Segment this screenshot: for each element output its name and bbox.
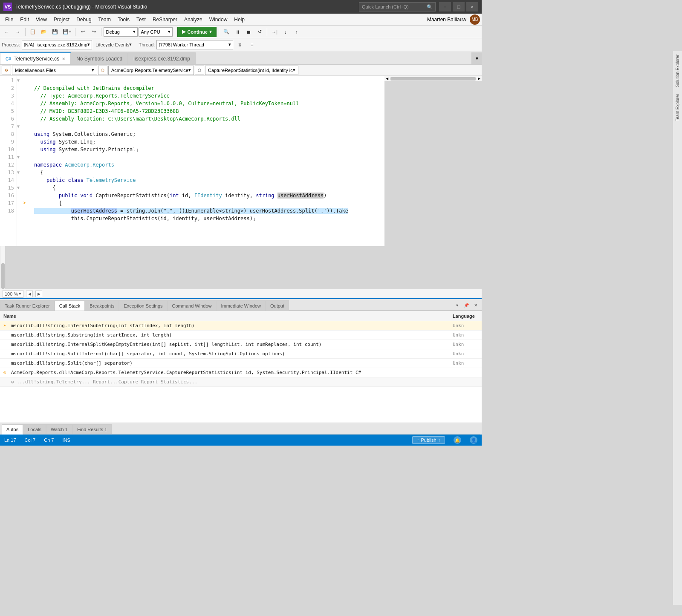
fold-7[interactable]: ▼: [17, 123, 23, 130]
platform-dropdown[interactable]: Any CPU ▾: [139, 27, 173, 37]
call-name: ⊙ ...dll!string.Telemetry... Report...Ca…: [11, 379, 453, 385]
menu-window[interactable]: Window: [206, 15, 231, 24]
code-content[interactable]: // Decompiled with JetBrains decompiler …: [31, 76, 384, 246]
call-stack-row[interactable]: ➤ mscorlib.dll!string.InternalSubString(…: [0, 321, 482, 331]
dropdown-bar: ⚙ Miscellaneous Files ▾ ⬡ AcmeCorp.Repor…: [0, 65, 482, 76]
menu-team[interactable]: Team: [95, 15, 114, 24]
restart-button[interactable]: ↺: [254, 27, 265, 37]
step-next-button[interactable]: →|: [269, 27, 280, 37]
horizontal-scrollbar[interactable]: ◀ ▶: [384, 76, 482, 81]
call-stack-header: Name Language: [0, 311, 482, 321]
panel-pin-button[interactable]: 📌: [462, 301, 471, 310]
menu-help[interactable]: Help: [231, 15, 248, 24]
tab-call-stack[interactable]: Call Stack: [55, 300, 85, 311]
close-button[interactable]: ×: [466, 2, 478, 12]
tab2-autos[interactable]: Autos: [2, 424, 23, 435]
menu-edit[interactable]: Edit: [17, 15, 32, 24]
tab-overflow-button[interactable]: ▾: [471, 52, 482, 64]
tab-telemetryservice[interactable]: C# TelemetryService.cs ✕: [0, 52, 71, 64]
call-stack-row[interactable]: mscorlib.dll!string.InternalSplitKeepEmp…: [0, 340, 482, 349]
code-zoom-bar: 100 % ▾ ◀ ▶: [0, 289, 482, 298]
stop-button[interactable]: ⏹: [243, 27, 254, 37]
tab-iisexpress[interactable]: iisexpress.exe.3192.dmp: [128, 52, 196, 64]
play-icon: ▶: [182, 29, 185, 35]
step-out-button[interactable]: ↑: [292, 27, 302, 37]
new-project-button[interactable]: 📋: [28, 27, 38, 37]
panel-close-button[interactable]: ✕: [471, 301, 480, 310]
save-button[interactable]: 💾: [50, 27, 60, 37]
editor-scrollbar[interactable]: [0, 246, 5, 289]
scroll-left-indicator[interactable]: ◀: [26, 291, 33, 297]
scroll-thumb[interactable]: [390, 77, 476, 81]
notifications-button[interactable]: 🔔: [454, 436, 461, 444]
live-share-button[interactable]: 👤: [470, 436, 477, 444]
minimize-button[interactable]: −: [439, 2, 451, 12]
pause-button[interactable]: ⏸: [232, 27, 243, 37]
panel-dropdown-button[interactable]: ▾: [453, 301, 461, 310]
chevron-down-icon: ▾: [87, 42, 90, 47]
tab2-findresults[interactable]: Find Results 1: [72, 424, 112, 435]
call-stack-row[interactable]: mscorlib.dll!string.Split(char[] separat…: [0, 359, 482, 368]
scrollbar-thumb[interactable]: [1, 263, 5, 289]
menu-file[interactable]: File: [2, 15, 17, 24]
quick-launch-input[interactable]: Quick Launch (Ctrl+Q) 🔍: [359, 2, 436, 12]
menu-view[interactable]: View: [32, 15, 50, 24]
open-file-button[interactable]: 📂: [39, 27, 49, 37]
code-editor[interactable]: 12345 678910 1112131415 161718 ▼ ▼: [0, 76, 384, 246]
config-dropdown[interactable]: Debug ▾: [104, 27, 138, 37]
lifecycle-events-button[interactable]: Lifecycle Events ▾: [94, 40, 133, 50]
call-stack-row[interactable]: ⊙ ...dll!string.Telemetry... Report...Ca…: [0, 377, 482, 387]
fold-13[interactable]: ▼: [17, 169, 23, 176]
method-icon-button[interactable]: ⬡: [195, 66, 204, 75]
forward-button[interactable]: →: [13, 27, 23, 37]
step-into-button[interactable]: ↓: [280, 27, 291, 37]
files-dropdown[interactable]: Miscellaneous Files ▾: [12, 66, 97, 75]
redo-button[interactable]: ↪: [89, 27, 99, 37]
tab-command-window[interactable]: Command Window: [168, 300, 217, 311]
tab-nosymbols[interactable]: No Symbols Loaded: [71, 52, 128, 64]
tab-immediate-window[interactable]: Immediate Window: [216, 300, 266, 311]
filter-more-button[interactable]: ≡: [247, 40, 257, 50]
scroll-right-indicator[interactable]: ▶: [35, 291, 42, 297]
menu-tools[interactable]: Tools: [114, 15, 133, 24]
maximize-button[interactable]: □: [453, 2, 465, 12]
process-dropdown[interactable]: [N/A] iisexpress.exe.3192.dmp ▾: [22, 40, 92, 49]
scroll-track[interactable]: [390, 77, 476, 81]
zoom-dropdown[interactable]: 100 % ▾: [3, 290, 23, 298]
tab-breakpoints[interactable]: Breakpoints: [85, 300, 119, 311]
close-tab-button[interactable]: ✕: [62, 57, 65, 61]
publish-button[interactable]: ↑ Publish ↑: [412, 436, 445, 444]
back-button[interactable]: ←: [2, 27, 12, 37]
window-controls: − □ ×: [439, 2, 478, 12]
tab-exception-settings[interactable]: Exception Settings: [119, 300, 167, 311]
tab2-locals[interactable]: Locals: [23, 424, 46, 435]
method-dropdown[interactable]: CaptureReportStatistics(int id, IIdentit…: [205, 66, 298, 75]
find-button[interactable]: 🔍: [221, 27, 231, 37]
continue-button[interactable]: ▶ Continue ▾: [177, 27, 217, 37]
call-stack-row[interactable]: ⊙ AcmeCorp.Reports.dll!AcmeCorp.Reports.…: [0, 368, 482, 377]
menu-test[interactable]: Test: [133, 15, 149, 24]
save-all-button[interactable]: 💾+: [61, 27, 73, 37]
call-stack-row[interactable]: mscorlib.dll!string.Substring(int startI…: [0, 331, 482, 340]
namespace-icon-button[interactable]: ⬡: [98, 66, 107, 75]
toolbar-separator-6: [267, 28, 267, 36]
files-icon-button[interactable]: ⚙: [2, 66, 11, 75]
chevron-down-icon: ▾: [228, 42, 231, 47]
fold-11[interactable]: ▼: [17, 153, 23, 161]
tab2-watch1[interactable]: Watch 1: [46, 424, 72, 435]
call-stack-row[interactable]: mscorlib.dll!string.SplitInternal(char[]…: [0, 349, 482, 359]
tab-task-runner[interactable]: Task Runner Explorer: [0, 300, 55, 311]
namespace-dropdown[interactable]: AcmeCorp.Reports.TelemetryService ▾: [108, 66, 194, 75]
menu-resharper[interactable]: ReSharper: [149, 15, 181, 24]
fold-1[interactable]: ▼: [17, 77, 23, 84]
scroll-left-button[interactable]: ◀: [384, 76, 390, 81]
menu-debug[interactable]: Debug: [73, 15, 95, 24]
menu-analyze[interactable]: Analyze: [181, 15, 206, 24]
tab-output[interactable]: Output: [266, 300, 289, 311]
thread-dropdown[interactable]: [7796] Worker Thread ▾: [156, 40, 233, 49]
undo-button[interactable]: ↩: [78, 27, 88, 37]
scroll-right-button[interactable]: ▶: [477, 76, 482, 81]
filter-button[interactable]: ⧖: [235, 40, 245, 50]
fold-15[interactable]: ▼: [17, 184, 23, 192]
menu-project[interactable]: Project: [50, 15, 73, 24]
